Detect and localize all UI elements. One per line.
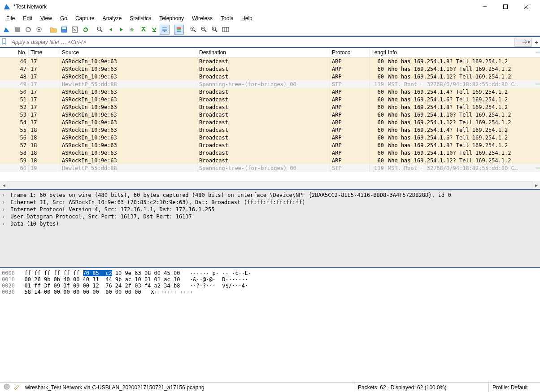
go-last-icon[interactable]: [149, 25, 159, 35]
filter-apply-button[interactable]: ▾: [514, 38, 532, 47]
svg-point-7: [38, 29, 40, 30]
hex-row[interactable]: 0020 01 ff 3f 09 3f 09 00 12 76 24 2f 03…: [2, 283, 538, 289]
packet-row[interactable]: 4917HewlettP_55:dd:88Spanning-tree-(for-…: [0, 80, 540, 88]
menu-telephony[interactable]: Telephony: [156, 14, 187, 22]
packet-row[interactable]: 5918ASRockIn_10:9e:63BroadcastARP60Who h…: [0, 157, 540, 164]
window-title: *Test Network: [13, 4, 475, 10]
hex-row[interactable]: 0010 00 26 9b 0b 40 00 40 11 44 9b ac 10…: [2, 276, 538, 283]
packet-row[interactable]: 5217ASRockIn_10:9e:63BroadcastARP60Who h…: [0, 103, 540, 111]
packet-row[interactable]: 4617ASRockIn_10:9e:63BroadcastARP60Who h…: [0, 57, 540, 65]
detail-line[interactable]: › Ethernet II, Src: ASRockIn_10:9e:63 (7…: [2, 199, 538, 206]
filter-bar: ▾ +: [0, 36, 540, 48]
edit-icon[interactable]: [13, 383, 20, 391]
col-header-source: Source: [60, 48, 197, 57]
packet-list: No. Time Source Destination Protocol Len…: [0, 48, 540, 190]
colorize-icon[interactable]: [174, 25, 184, 35]
restart-capture-icon[interactable]: [23, 25, 33, 35]
menu-statistics[interactable]: Statistics: [126, 14, 155, 22]
status-packets: Packets: 62 · Displayed: 62 (100.0%): [354, 383, 489, 392]
packet-row[interactable]: 6019HewlettP_55:dd:88Spanning-tree-(for-…: [0, 164, 540, 172]
packet-row[interactable]: 5518ASRockIn_10:9e:63BroadcastARP60Who h…: [0, 126, 540, 134]
packet-row[interactable]: 5618ASRockIn_10:9e:63BroadcastARP60Who h…: [0, 134, 540, 141]
capture-options-icon[interactable]: [34, 25, 44, 35]
menu-go[interactable]: Go: [57, 14, 71, 22]
svg-line-14: [100, 30, 102, 32]
expert-info-icon[interactable]: [4, 383, 10, 391]
col-header-info: Info: [386, 48, 536, 57]
packet-row[interactable]: 5818ASRockIn_10:9e:63BroadcastARP60Who h…: [0, 149, 540, 157]
svg-text:1: 1: [213, 28, 215, 30]
toolbar: 1: [0, 23, 540, 36]
window-controls: [475, 0, 536, 13]
menu-tools[interactable]: Tools: [217, 14, 237, 22]
display-filter-input[interactable]: [10, 38, 513, 47]
detail-line[interactable]: › Internet Protocol Version 4, Src: 172.…: [2, 206, 538, 213]
svg-point-37: [4, 384, 9, 389]
menu-wireless[interactable]: Wireless: [188, 14, 216, 22]
resize-columns-icon[interactable]: [221, 25, 231, 35]
go-forward-icon[interactable]: [117, 25, 126, 35]
svg-rect-34: [222, 27, 229, 32]
menu-file[interactable]: File: [3, 14, 18, 22]
start-capture-icon[interactable]: [2, 25, 12, 35]
save-file-icon[interactable]: [59, 25, 69, 35]
close-button[interactable]: [516, 0, 536, 13]
svg-rect-23: [177, 31, 181, 32]
col-header-time: Time: [29, 48, 60, 57]
col-header-length: Length: [370, 48, 386, 57]
detail-line[interactable]: › Frame 1: 60 bytes on wire (480 bits), …: [2, 192, 538, 199]
find-packet-icon[interactable]: [95, 25, 105, 35]
reload-icon[interactable]: [81, 25, 91, 35]
svg-rect-21: [177, 27, 181, 29]
detail-line[interactable]: › User Datagram Protocol, Src Port: 1613…: [2, 213, 538, 220]
go-first-icon[interactable]: [138, 25, 148, 35]
menu-edit[interactable]: Edit: [19, 14, 36, 22]
svg-rect-4: [15, 27, 20, 32]
packet-row[interactable]: 5317ASRockIn_10:9e:63BroadcastARP60Who h…: [0, 111, 540, 118]
close-file-icon[interactable]: [70, 25, 80, 35]
hex-row[interactable]: 0000 ff ff ff ff ff ff 70 85 c2 10 9e 63…: [2, 270, 538, 276]
packet-row[interactable]: 5417ASRockIn_10:9e:63BroadcastARP60Who h…: [0, 118, 540, 126]
minimize-button[interactable]: [475, 0, 495, 13]
packet-row[interactable]: 5718ASRockIn_10:9e:63BroadcastARP60Who h…: [0, 141, 540, 149]
status-file: wireshark_Test Network via C-USBLAN_2020…: [22, 383, 354, 392]
auto-scroll-icon[interactable]: [160, 25, 170, 35]
bookmark-icon[interactable]: [1, 38, 9, 46]
packet-row[interactable]: 5017ASRockIn_10:9e:63BroadcastARP60Who h…: [0, 88, 540, 96]
packet-row[interactable]: 4717ASRockIn_10:9e:63BroadcastARP60Who h…: [0, 65, 540, 73]
menu-view[interactable]: View: [37, 14, 56, 22]
status-profile[interactable]: Profile: Default: [489, 383, 538, 392]
titlebar: *Test Network: [0, 0, 540, 13]
open-file-icon[interactable]: [48, 25, 58, 35]
packet-row[interactable]: 4817ASRockIn_10:9e:63BroadcastARP60Who h…: [0, 73, 540, 80]
svg-rect-1: [504, 5, 508, 9]
go-to-packet-icon[interactable]: [127, 25, 137, 35]
col-header-protocol: Protocol: [330, 48, 370, 57]
hex-row[interactable]: 0030 58 14 00 00 00 00 00 00 00 00 00 00…: [2, 289, 538, 295]
menubar: File Edit View Go Capture Analyze Statis…: [0, 13, 540, 23]
maximize-button[interactable]: [495, 0, 516, 13]
add-filter-button[interactable]: +: [533, 39, 540, 46]
zoom-in-icon[interactable]: [188, 25, 198, 35]
menu-capture[interactable]: Capture: [72, 14, 98, 22]
packet-list-header[interactable]: No. Time Source Destination Protocol Len…: [0, 48, 540, 57]
packet-bytes[interactable]: 0000 ff ff ff ff ff ff 70 85 c2 10 9e 63…: [0, 268, 540, 382]
svg-line-32: [215, 30, 217, 32]
col-header-no: No.: [0, 48, 29, 57]
svg-line-27: [194, 30, 196, 32]
zoom-reset-icon[interactable]: 1: [210, 25, 220, 35]
zoom-out-icon[interactable]: [199, 25, 209, 35]
svg-rect-9: [62, 27, 66, 29]
packet-details[interactable]: › Frame 1: 60 bytes on wire (480 bits), …: [0, 190, 540, 268]
svg-line-30: [205, 30, 206, 32]
app-icon: [4, 3, 11, 10]
menu-analyze[interactable]: Analyze: [99, 14, 126, 22]
go-back-icon[interactable]: [106, 25, 116, 35]
packet-row[interactable]: 5117ASRockIn_10:9e:63BroadcastARP60Who h…: [0, 96, 540, 103]
packet-list-body[interactable]: 4617ASRockIn_10:9e:63BroadcastARP60Who h…: [0, 57, 540, 181]
packet-list-hscroll[interactable]: ◂▸: [0, 181, 540, 189]
menu-help[interactable]: Help: [238, 14, 256, 22]
statusbar: wireshark_Test Network via C-USBLAN_2020…: [0, 382, 540, 392]
detail-line[interactable]: › Data (10 bytes): [2, 220, 538, 227]
stop-capture-icon[interactable]: [13, 25, 22, 35]
